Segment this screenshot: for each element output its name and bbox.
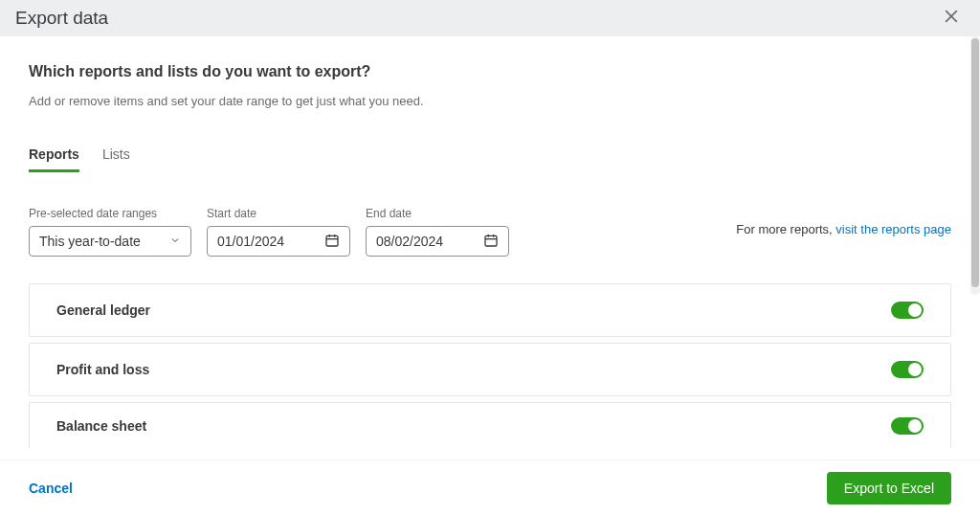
toggle-general-ledger[interactable] xyxy=(891,302,924,319)
preselected-range-select[interactable]: This year-to-date xyxy=(29,226,191,257)
report-label: Balance sheet xyxy=(56,418,146,434)
chevron-down-icon xyxy=(169,234,181,249)
end-date-group: End date 08/02/2024 xyxy=(366,207,509,257)
preselected-range-group: Pre-selected date ranges This year-to-da… xyxy=(29,207,191,257)
start-date-input[interactable]: 01/01/2024 xyxy=(207,226,350,257)
toggle-profit-and-loss[interactable] xyxy=(891,361,924,378)
report-label: Profit and loss xyxy=(56,362,149,377)
calendar-icon xyxy=(324,233,340,251)
close-button[interactable] xyxy=(938,3,965,34)
cancel-button[interactable]: Cancel xyxy=(29,481,73,496)
export-to-excel-button[interactable]: Export to Excel xyxy=(827,472,951,504)
scrollbar-thumb[interactable] xyxy=(971,38,979,287)
start-date-value: 01/01/2024 xyxy=(217,234,284,249)
report-row-general-ledger: General ledger xyxy=(29,283,951,337)
export-question: Which reports and lists do you want to e… xyxy=(29,63,951,80)
more-reports-text: For more reports, visit the reports page xyxy=(736,222,951,236)
tab-bar: Reports Lists xyxy=(29,146,951,172)
tab-lists[interactable]: Lists xyxy=(102,146,130,172)
start-date-group: Start date 01/01/2024 xyxy=(207,207,350,257)
end-date-value: 08/02/2024 xyxy=(376,234,443,249)
start-date-label: Start date xyxy=(207,207,350,220)
dialog-footer: Cancel Export to Excel xyxy=(0,459,980,515)
svg-rect-6 xyxy=(485,235,497,246)
close-icon xyxy=(942,7,961,31)
visit-reports-link[interactable]: visit the reports page xyxy=(835,222,951,236)
toggle-balance-sheet[interactable] xyxy=(891,417,924,435)
tab-reports[interactable]: Reports xyxy=(29,146,79,172)
report-row-profit-and-loss: Profit and loss xyxy=(29,343,951,396)
end-date-label: End date xyxy=(366,207,509,220)
dialog-header: Export data xyxy=(0,0,980,36)
dialog-title: Export data xyxy=(15,8,108,29)
preselected-range-value: This year-to-date xyxy=(39,234,141,249)
report-label: General ledger xyxy=(56,302,150,318)
dialog-content: Which reports and lists do you want to e… xyxy=(0,36,980,459)
export-subtext: Add or remove items and set your date ra… xyxy=(29,94,951,108)
end-date-input[interactable]: 08/02/2024 xyxy=(366,226,509,257)
report-row-balance-sheet: Balance sheet xyxy=(29,402,951,448)
calendar-icon xyxy=(483,233,499,251)
svg-rect-2 xyxy=(326,235,338,246)
preselected-range-label: Pre-selected date ranges xyxy=(29,207,191,220)
more-reports-prefix: For more reports, xyxy=(736,222,835,236)
date-controls-row: Pre-selected date ranges This year-to-da… xyxy=(29,207,951,257)
